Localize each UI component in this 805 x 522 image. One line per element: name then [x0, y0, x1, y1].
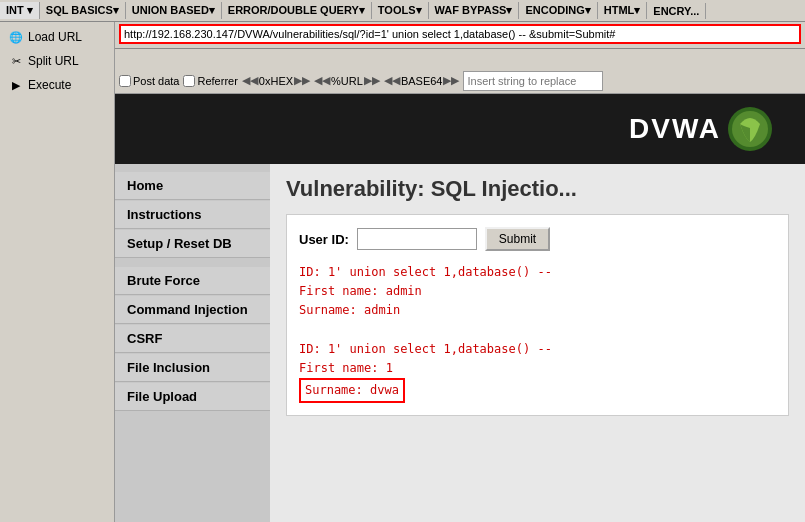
dvwa-logo-icon: [725, 104, 775, 154]
result-line-1: ID: 1' union select 1,database() --: [299, 263, 776, 282]
surname-highlight: Surname: dvwa: [299, 378, 405, 403]
result-text: ID: 1' union select 1,database() -- Firs…: [299, 263, 776, 403]
result-line-6: First name: 1: [299, 359, 776, 378]
userid-label: User ID:: [299, 232, 349, 247]
dvwa-nav: Home Instructions Setup / Reset DB Brute…: [115, 164, 270, 522]
tab-int[interactable]: INT ▾: [0, 2, 40, 19]
nav-csrf[interactable]: CSRF: [115, 325, 270, 353]
split-url-button[interactable]: ✂ Split URL: [4, 50, 110, 72]
nav-file-upload[interactable]: File Upload: [115, 383, 270, 411]
tab-union-based[interactable]: UNION BASED▾: [126, 2, 222, 19]
result-line-5: ID: 1' union select 1,database() --: [299, 340, 776, 359]
hex-codec[interactable]: ◀◀ 0xHEX ▶▶: [242, 74, 310, 87]
base64-codec[interactable]: ◀◀ BASE64 ▶▶: [384, 74, 460, 87]
arrow-left-icon: ◀◀: [242, 74, 258, 87]
url-codec[interactable]: ◀◀ %URL ▶▶: [314, 74, 380, 87]
tab-waf-bypass[interactable]: WAF BYPASS▾: [429, 2, 520, 19]
submit-button[interactable]: Submit: [485, 227, 550, 251]
load-url-icon: 🌐: [8, 29, 24, 45]
split-url-label: Split URL: [28, 54, 79, 68]
dvwa-text: DVWA: [629, 113, 721, 145]
tab-error-double[interactable]: ERROR/DOUBLE QUERY▾: [222, 2, 372, 19]
nav-file-inclusion[interactable]: File Inclusion: [115, 354, 270, 382]
dvwa-logo: DVWA: [629, 104, 775, 154]
page-title: Vulnerability: SQL Injectio...: [286, 176, 789, 202]
userid-row: User ID: Submit: [299, 227, 776, 251]
arrow-right-2-icon: ▶▶: [364, 74, 380, 87]
result-line-3: Surname: admin: [299, 301, 776, 320]
split-url-icon: ✂: [8, 53, 24, 69]
referrer-checkbox[interactable]: Referrer: [183, 75, 237, 87]
content-wrapper: Home Instructions Setup / Reset DB Brute…: [115, 164, 805, 522]
userid-input[interactable]: [357, 228, 477, 250]
nav-command-injection[interactable]: Command Injection: [115, 296, 270, 324]
dvwa-content: Vulnerability: SQL Injectio... User ID: …: [270, 164, 805, 522]
nav-instructions[interactable]: Instructions: [115, 201, 270, 229]
url-input[interactable]: [119, 24, 801, 44]
main-area: DVWA Home Instructions Setup / Reset DB …: [115, 94, 805, 522]
insert-string-input[interactable]: [463, 71, 603, 91]
execute-icon: ▶: [8, 77, 24, 93]
url-area: [115, 22, 805, 49]
load-url-button[interactable]: 🌐 Load URL: [4, 26, 110, 48]
nav-brute-force[interactable]: Brute Force: [115, 267, 270, 295]
post-data-checkbox[interactable]: Post data: [119, 75, 179, 87]
tab-sql-basics[interactable]: SQL BASICS▾: [40, 2, 126, 19]
content-box: User ID: Submit ID: 1' union select 1,da…: [286, 214, 789, 416]
toolbar: INT ▾ SQL BASICS▾ UNION BASED▾ ERROR/DOU…: [0, 0, 805, 22]
arrow-right-icon: ▶▶: [294, 74, 310, 87]
arrow-left-2-icon: ◀◀: [314, 74, 330, 87]
nav-home[interactable]: Home: [115, 172, 270, 200]
options-bar: Post data Referrer ◀◀ 0xHEX ▶▶ ◀◀ %URL ▶…: [115, 68, 805, 94]
tab-encrypt[interactable]: ENCRY...: [647, 3, 706, 19]
execute-label: Execute: [28, 78, 71, 92]
tab-html[interactable]: HTML▾: [598, 2, 648, 19]
load-url-label: Load URL: [28, 30, 82, 44]
arrow-left-3-icon: ◀◀: [384, 74, 400, 87]
dvwa-header: DVWA: [115, 94, 805, 164]
nav-setup-reset[interactable]: Setup / Reset DB: [115, 230, 270, 258]
execute-button[interactable]: ▶ Execute: [4, 74, 110, 96]
left-panel: 🌐 Load URL ✂ Split URL ▶ Execute: [0, 22, 115, 522]
tab-encoding[interactable]: ENCODING▾: [519, 2, 597, 19]
result-line-2: First name: admin: [299, 282, 776, 301]
arrow-right-3-icon: ▶▶: [443, 74, 459, 87]
tab-tools[interactable]: TOOLS▾: [372, 2, 429, 19]
